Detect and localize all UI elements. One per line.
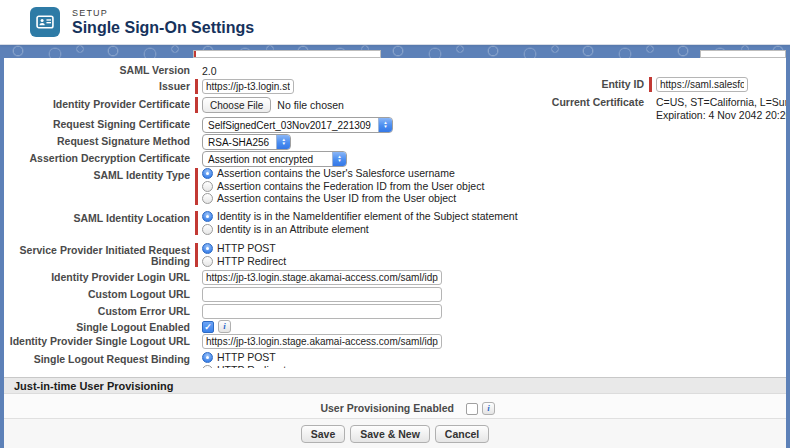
idp-single-logout-url-label: Identity Provider Single Logout URL (4, 334, 190, 347)
cancel-button[interactable]: Cancel (435, 425, 489, 443)
page-title: Single Sign-On Settings (72, 19, 254, 37)
row-idp-single-logout-url: Identity Provider Single Logout URL (4, 334, 786, 349)
radio-selected-icon (202, 168, 213, 179)
saml-version-value: 2.0 (202, 63, 217, 77)
radio-label: Identity is in an Attribute element (217, 224, 369, 235)
assertion-decryption-certificate-select[interactable]: Assertion not encrypted ▲▼ (202, 151, 347, 167)
assertion-decryption-certificate-value: Assertion not encrypted (203, 152, 320, 166)
radio-identity-type-user-id[interactable]: Assertion contains the User ID from the … (202, 193, 484, 205)
request-signing-certificate-select[interactable]: SelfSignedCert_03Nov2017_221309 ▲▼ (202, 117, 393, 133)
row-saml-version: SAML Version 2.0 (4, 63, 786, 77)
user-provisioning-enabled-label: User Provisioning Enabled (4, 403, 454, 414)
entity-id-label: Entity ID (424, 77, 644, 90)
custom-logout-url-input[interactable] (202, 287, 442, 302)
jit-section-header: Just-in-time User Provisioning (4, 377, 786, 394)
cutoff-field-sliver-left (193, 50, 381, 58)
custom-logout-url-label: Custom Logout URL (4, 287, 190, 300)
request-signing-certificate-label: Request Signing Certificate (4, 117, 190, 130)
save-and-new-button[interactable]: Save & New (350, 425, 430, 443)
select-stepper-icon: ▲▼ (332, 152, 346, 166)
row-single-logout-enabled: Single Logout Enabled ✓ i (4, 320, 786, 333)
jit-section: Just-in-time User Provisioning User Prov… (4, 368, 786, 448)
custom-error-url-input[interactable] (202, 304, 442, 319)
right-column: Entity ID Current Certificate C=US, ST=C… (424, 77, 786, 124)
form-button-bar: Save Save & New Cancel (4, 418, 786, 448)
entity-id-required-bar (649, 77, 748, 92)
radio-identity-location-attribute[interactable]: Identity is in an Attribute element (202, 223, 518, 235)
single-logout-enabled-label: Single Logout Enabled (4, 320, 190, 333)
select-stepper-icon: ▲▼ (378, 118, 392, 132)
saml-identity-type-label: SAML Identity Type (4, 168, 190, 181)
radio-label: HTTP POST (217, 243, 276, 254)
idp-login-url-input[interactable] (202, 270, 442, 285)
radio-label: HTTP POST (217, 352, 276, 363)
choose-file-button[interactable]: Choose File (202, 97, 271, 113)
cutoff-field-sliver-right (700, 50, 786, 58)
saml-identity-location-required-bar: Identity is in the NameIdentifier elemen… (195, 211, 518, 235)
radio-slo-binding-http-post[interactable]: HTTP POST (202, 352, 286, 364)
row-idp-login-url: Identity Provider Login URL (4, 270, 786, 285)
radio-unselected-icon (202, 193, 213, 204)
radio-sp-binding-http-redirect[interactable]: HTTP Redirect (202, 256, 286, 268)
info-icon[interactable]: i (218, 320, 231, 333)
saml-version-label: SAML Version (4, 63, 190, 76)
sso-settings-icon (30, 7, 60, 37)
user-provisioning-enabled-checkbox[interactable] (466, 403, 478, 415)
saml-identity-type-required-bar: Assertion contains the User's Salesforce… (195, 168, 484, 205)
radio-sp-binding-http-post[interactable]: HTTP POST (202, 243, 286, 255)
current-certificate-label: Current Certificate (424, 95, 644, 108)
setup-breadcrumb: SETUP (72, 8, 254, 18)
issuer-input[interactable] (202, 79, 294, 94)
radio-label: HTTP Redirect (217, 256, 286, 267)
radio-selected-icon (202, 352, 213, 363)
row-current-certificate: Current Certificate C=US, ST=California,… (424, 95, 786, 122)
sp-initiated-request-binding-required-bar: HTTP POST HTTP Redirect (195, 243, 286, 267)
radio-identity-type-username[interactable]: Assertion contains the User's Salesforce… (202, 168, 484, 180)
sp-initiated-request-binding-label: Service Provider Initiated Request Bindi… (4, 243, 190, 267)
request-signature-method-label: Request Signature Method (4, 134, 190, 147)
current-certificate-value: C=US, ST=California, L=Sunnyvale, O= Exp… (656, 95, 786, 122)
radio-identity-type-federation-id[interactable]: Assertion contains the Federation ID fro… (202, 181, 484, 193)
select-stepper-icon: ▲▼ (276, 135, 290, 149)
setup-header: SETUP Single Sign-On Settings (0, 0, 790, 45)
sso-settings-form-card: SAML Version 2.0 Issuer Identity Provide… (4, 58, 786, 448)
required-tick (194, 51, 196, 57)
idp-single-logout-url-input[interactable] (202, 334, 442, 349)
file-chosen-status: No file chosen (277, 99, 344, 111)
row-saml-identity-type: SAML Identity Type Assertion contains th… (4, 168, 786, 205)
row-saml-identity-location: SAML Identity Location Identity is in th… (4, 211, 786, 235)
row-sp-initiated-request-binding: Service Provider Initiated Request Bindi… (4, 243, 786, 267)
assertion-decryption-certificate-label: Assertion Decryption Certificate (4, 151, 190, 164)
radio-label: Identity is in the NameIdentifier elemen… (217, 211, 518, 222)
radio-identity-location-nameidentifier[interactable]: Identity is in the NameIdentifier elemen… (202, 211, 518, 223)
idp-login-url-label: Identity Provider Login URL (4, 270, 190, 283)
row-request-signature-method: Request Signature Method RSA-SHA256 ▲▼ (4, 134, 786, 150)
single-logout-enabled-checkbox[interactable]: ✓ (202, 321, 214, 333)
radio-unselected-icon (202, 181, 213, 192)
save-button[interactable]: Save (301, 425, 346, 443)
radio-selected-icon (202, 243, 213, 254)
radio-label: Assertion contains the Federation ID fro… (217, 181, 484, 192)
issuer-label: Issuer (4, 79, 190, 92)
row-entity-id: Entity ID (424, 77, 786, 92)
saml-identity-location-label: SAML Identity Location (4, 211, 190, 224)
radio-unselected-icon (202, 256, 213, 267)
issuer-required-bar (195, 79, 294, 94)
id-badge-icon (36, 13, 54, 31)
idp-certificate-label: Identity Provider Certificate (4, 97, 190, 110)
single-logout-request-binding-label: Single Logout Request Binding (4, 352, 190, 365)
request-signature-method-select[interactable]: RSA-SHA256 ▲▼ (202, 134, 291, 150)
request-signature-method-value: RSA-SHA256 (203, 135, 276, 149)
request-signing-certificate-value: SelfSignedCert_03Nov2017_221309 (203, 118, 378, 132)
row-custom-error-url: Custom Error URL (4, 304, 786, 319)
radio-label: Assertion contains the User's Salesforce… (217, 168, 455, 179)
row-custom-logout-url: Custom Logout URL (4, 287, 786, 302)
custom-error-url-label: Custom Error URL (4, 304, 190, 317)
row-assertion-decryption-certificate: Assertion Decryption Certificate Asserti… (4, 151, 786, 167)
idp-certificate-required-bar: Choose File No file chosen (195, 97, 344, 113)
entity-id-input[interactable] (656, 77, 748, 92)
radio-label: Assertion contains the User ID from the … (217, 193, 456, 204)
radio-unselected-icon (202, 224, 213, 235)
radio-selected-icon (202, 211, 213, 222)
info-icon[interactable]: i (482, 402, 495, 415)
